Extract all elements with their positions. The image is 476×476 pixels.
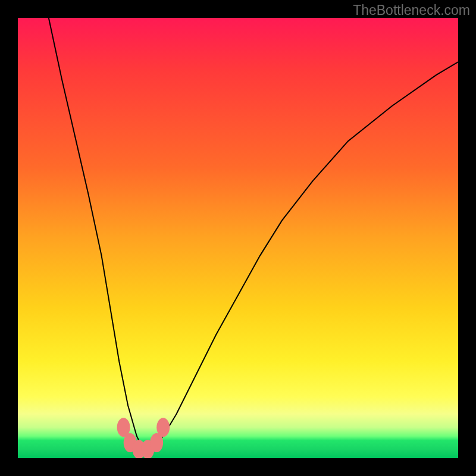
curve-svg	[18, 18, 458, 458]
plot-area	[18, 18, 458, 458]
watermark-text: TheBottleneck.com	[353, 2, 470, 18]
marker-group	[117, 418, 170, 458]
bottleneck-curve	[49, 18, 458, 452]
chart-frame: TheBottleneck.com	[0, 0, 476, 476]
curve-marker	[156, 418, 170, 437]
